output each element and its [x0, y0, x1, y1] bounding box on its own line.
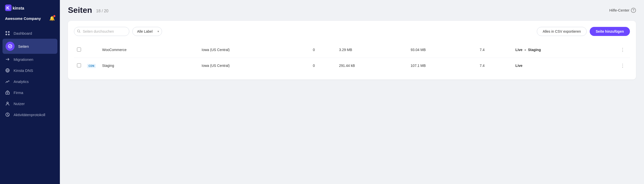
svg-rect-9: [7, 93, 8, 94]
row-1-status-live: Live: [515, 48, 522, 52]
notification-bell[interactable]: 🔔: [49, 16, 55, 21]
row-1-size: 3.29 MB: [336, 42, 408, 58]
table-row: WooCommerce Iowa (US Central) 0 3.29 MB …: [74, 42, 630, 58]
search-icon: [77, 29, 80, 34]
aktivitaet-icon: [5, 112, 10, 117]
row-1-more-button[interactable]: ⋮: [618, 47, 627, 53]
row-1-disk: 93.04 MB: [408, 42, 476, 58]
add-page-button[interactable]: Seite hinzufügen: [590, 27, 630, 36]
nutzer-icon: [5, 101, 10, 106]
row-1-name[interactable]: WooCommerce: [99, 42, 199, 58]
analytics-icon: [5, 79, 10, 84]
row-1-location: Iowa (US Central): [199, 42, 310, 58]
firma-icon: [5, 90, 10, 95]
row-2-status: Live: [512, 58, 615, 74]
dashboard-icon: [5, 31, 10, 36]
company-area: Awesome Company 🔔: [0, 14, 60, 26]
export-csv-button[interactable]: Alles in CSV exportieren: [537, 27, 587, 36]
row-1-status-staging: Staging: [528, 48, 541, 52]
hilfe-center-link[interactable]: Hilfe-Center ?: [609, 8, 636, 13]
row-2-more-button[interactable]: ⋮: [618, 62, 627, 69]
row-2-actions-cell: ⋮: [615, 58, 630, 74]
content-area: Alle Label ▾ Alles in CSV exportieren Se…: [60, 15, 644, 184]
top-bar: Seiten 18 / 20 Hilfe-Center ?: [60, 0, 644, 15]
svg-rect-3: [6, 31, 7, 33]
svg-rect-6: [8, 34, 10, 35]
row-1-checkbox-cell: [74, 42, 84, 58]
kinsta-logo: K kinsta: [5, 5, 28, 12]
sidebar-item-label-dashboard: Dashboard: [14, 31, 32, 35]
help-circle-icon: ?: [631, 8, 636, 13]
main-content: Seiten 18 / 20 Hilfe-Center ? Alle Label: [60, 0, 644, 184]
row-1-visits: 0: [310, 42, 336, 58]
row-2-visits: 0: [310, 58, 336, 74]
row-2-checkbox-cell: [74, 58, 84, 74]
sidebar-item-seiten[interactable]: Seiten: [3, 39, 57, 54]
page-header: Seiten 18 / 20: [68, 6, 108, 15]
sites-card: Alle Label ▾ Alles in CSV exportieren Se…: [68, 21, 636, 79]
row-1-checkbox[interactable]: [77, 48, 81, 52]
migrationen-icon: [5, 57, 10, 62]
search-wrapper: [74, 27, 129, 36]
toolbar: Alle Label ▾ Alles in CSV exportieren Se…: [74, 27, 630, 36]
sidebar-item-dashboard[interactable]: Dashboard: [0, 28, 60, 39]
cdn-badge: CDN: [87, 64, 96, 68]
sidebar-nav: Dashboard Seiten Migrationen Kinsta DNS: [0, 26, 60, 184]
hilfe-center-label: Hilfe-Center: [609, 8, 629, 12]
kinsta-logo-svg: K kinsta: [5, 5, 28, 12]
sidebar-item-label-seiten: Seiten: [18, 44, 29, 49]
label-select[interactable]: Alle Label: [132, 27, 162, 36]
svg-text:K: K: [6, 6, 10, 11]
sidebar-item-analytics[interactable]: Analytics: [0, 76, 60, 87]
notification-dot: [53, 15, 55, 17]
row-1-badge-cell: [84, 42, 99, 58]
svg-rect-5: [6, 34, 7, 35]
seiten-active-indicator: [6, 42, 15, 51]
row-2-disk: 107.1 MB: [408, 58, 476, 74]
sidebar-item-label-nutzer: Nutzer: [14, 102, 25, 106]
row-2-size: 291.44 kB: [336, 58, 408, 74]
sidebar-item-migrationen[interactable]: Migrationen: [0, 54, 60, 65]
row-2-checkbox[interactable]: [77, 63, 81, 67]
sidebar-item-label-analytics: Analytics: [14, 79, 29, 84]
sidebar-item-firma[interactable]: Firma: [0, 87, 60, 98]
page-count: 18 / 20: [96, 9, 108, 13]
table-row: CDN Staging Iowa (US Central) 0 291.44 k…: [74, 58, 630, 74]
row-2-badge-cell: CDN: [84, 58, 99, 74]
dns-icon: [5, 68, 10, 73]
sidebar: K kinsta Awesome Company 🔔 Dashboard Sei…: [0, 0, 60, 184]
sidebar-item-label-firma: Firma: [14, 90, 23, 95]
row-2-name[interactable]: Staging: [99, 58, 199, 74]
svg-rect-4: [8, 31, 10, 33]
sidebar-item-label-aktivitaet: Aktivitätenprotokoll: [14, 113, 45, 117]
sidebar-item-label-dns: Kinsta DNS: [14, 68, 33, 73]
row-2-location: Iowa (US Central): [199, 58, 310, 74]
svg-text:kinsta: kinsta: [13, 6, 24, 10]
row-1-status: Live Staging: [512, 42, 615, 58]
row-1-actions-cell: ⋮: [615, 42, 630, 58]
sidebar-item-aktivitaetsprotokoll[interactable]: Aktivitätenprotokoll: [0, 109, 60, 120]
search-input[interactable]: [74, 27, 129, 36]
label-select-wrapper: Alle Label ▾: [132, 27, 162, 36]
row-1-status-dot: [525, 49, 526, 51]
sidebar-item-nutzer[interactable]: Nutzer: [0, 98, 60, 109]
row-2-version: 7.4: [477, 58, 512, 74]
sites-table: WooCommerce Iowa (US Central) 0 3.29 MB …: [74, 42, 630, 73]
page-title: Seiten: [68, 6, 92, 15]
svg-point-10: [7, 102, 8, 104]
logo-area: K kinsta: [0, 0, 60, 14]
row-1-version: 7.4: [477, 42, 512, 58]
sidebar-item-kinsta-dns[interactable]: Kinsta DNS: [0, 65, 60, 76]
sidebar-item-label-migrationen: Migrationen: [14, 57, 33, 62]
company-name: Awesome Company: [5, 16, 41, 21]
